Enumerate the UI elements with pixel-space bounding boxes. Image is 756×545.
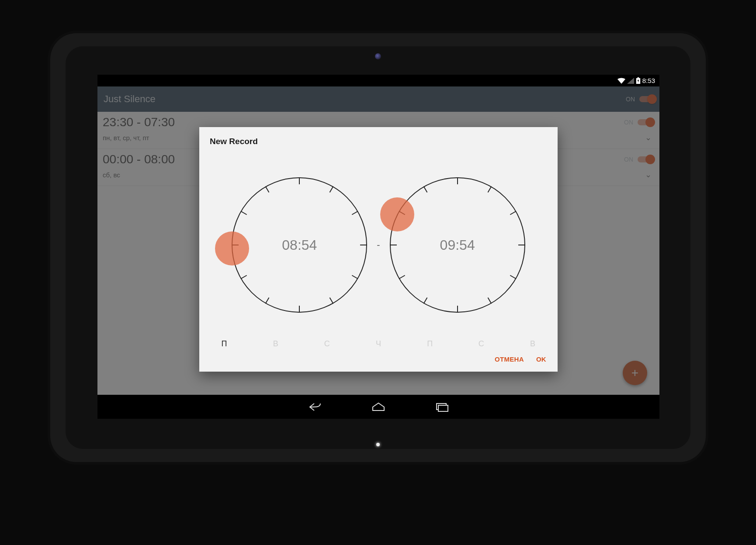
day-toggle[interactable]: В xyxy=(525,339,540,348)
day-toggle[interactable]: П xyxy=(217,339,232,348)
end-hour: 09 xyxy=(440,237,456,253)
wifi-icon xyxy=(617,78,625,84)
end-minute: 54 xyxy=(459,237,475,253)
dialog-actions: ОТМЕНА OK xyxy=(199,352,558,372)
day-toggle[interactable]: Ч xyxy=(371,339,386,348)
day-toggle[interactable]: С xyxy=(474,339,489,348)
recents-button[interactable] xyxy=(434,402,449,412)
start-minute: 54 xyxy=(302,237,317,253)
start-hour: 08 xyxy=(282,237,298,253)
front-camera xyxy=(375,53,381,59)
back-button[interactable] xyxy=(308,402,323,412)
start-time-display: 08:54 xyxy=(282,237,317,253)
cancel-button[interactable]: ОТМЕНА xyxy=(495,355,524,363)
time-pickers: 08:54 - 09:54 xyxy=(199,149,558,335)
day-toggle[interactable]: С xyxy=(319,339,334,348)
svg-rect-0 xyxy=(637,77,639,78)
day-toggle[interactable]: П xyxy=(423,339,437,348)
end-time-clock[interactable]: 09:54 xyxy=(390,177,525,313)
svg-rect-3 xyxy=(438,405,448,411)
day-selector: ПВСЧПСВ xyxy=(199,335,558,352)
tablet-frame: 8:53 Just Silence ON 23:30 - 07:30 ON пн xyxy=(50,33,706,462)
end-time-display: 09:54 xyxy=(440,237,475,253)
status-time: 8:53 xyxy=(642,77,655,84)
status-bar: 8:53 xyxy=(97,75,659,86)
battery-icon xyxy=(636,77,641,84)
start-time-clock[interactable]: 08:54 xyxy=(232,177,367,313)
ok-button[interactable]: OK xyxy=(536,355,546,363)
end-time-handle[interactable] xyxy=(380,197,414,231)
new-record-dialog: New Record 08:54 - xyxy=(199,127,558,372)
signal-icon xyxy=(627,78,634,84)
nav-bar xyxy=(97,395,659,419)
time-separator: - xyxy=(377,239,380,251)
start-time-handle[interactable] xyxy=(215,231,249,266)
screen: 8:53 Just Silence ON 23:30 - 07:30 ON пн xyxy=(97,75,659,419)
day-toggle[interactable]: В xyxy=(268,339,283,348)
indicator-led xyxy=(376,443,380,446)
home-button[interactable] xyxy=(371,402,386,412)
dialog-title: New Record xyxy=(199,127,558,149)
